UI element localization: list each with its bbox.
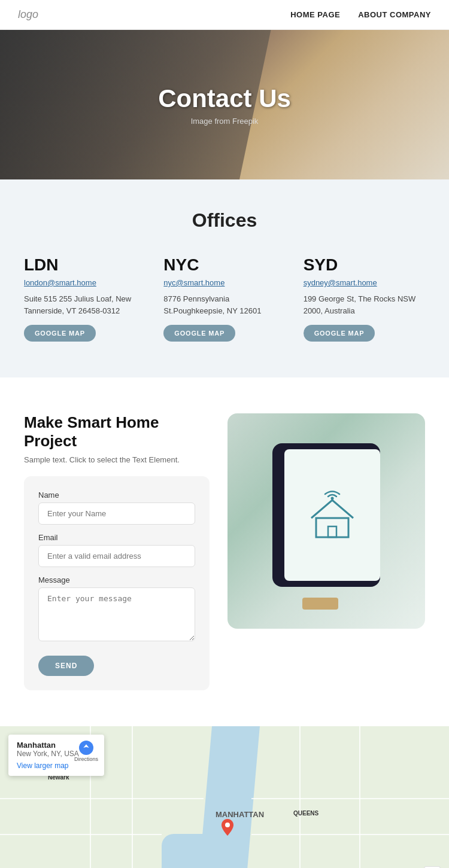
map-road-3: [0, 834, 162, 835]
office-ldn: LDN london@smart.home Suite 515 255 Juli…: [24, 255, 145, 342]
navbar: logo HOME PAGE ABOUT COMPANY: [0, 0, 449, 30]
tablet-illustration: [266, 443, 386, 599]
message-input[interactable]: [38, 587, 195, 641]
google-map-btn-ldn[interactable]: GOOGLE MAP: [24, 325, 96, 342]
svg-point-3: [225, 823, 230, 827]
map-section: Newark MANHATTAN QUEENS BROOKLYN New Yor…: [0, 726, 449, 868]
map-infobox: Manhattan New York, NY, USA View larger …: [8, 735, 104, 776]
form-left: Make Smart Home Project Sample text. Cli…: [24, 413, 210, 690]
svg-point-2: [331, 497, 334, 500]
google-map-btn-nyc[interactable]: GOOGLE MAP: [163, 325, 235, 342]
name-label: Name: [38, 491, 195, 500]
map-label-queens: QUEENS: [293, 810, 318, 817]
map-road-8: [359, 726, 360, 868]
office-city-nyc: NYC: [163, 255, 285, 275]
home-page-link[interactable]: HOME PAGE: [290, 10, 340, 19]
map-road-7: [299, 726, 301, 868]
form-section: Make Smart Home Project Sample text. Cli…: [0, 377, 449, 726]
email-label: Email: [38, 533, 195, 542]
map-road-1: [0, 798, 204, 799]
send-button[interactable]: SEND: [38, 656, 94, 676]
hero-section: Contact Us Image from Freepik: [0, 30, 449, 179]
office-syd: SYD sydney@smart.home 199 George St, The…: [304, 255, 425, 342]
directions-icon: [79, 741, 93, 755]
map-visual: Newark MANHATTAN QUEENS BROOKLYN New Yor…: [0, 726, 449, 868]
form-group-message: Message: [38, 575, 195, 644]
map-water-bay: [162, 834, 233, 868]
tablet-stand: [302, 598, 338, 610]
map-pin: [222, 819, 233, 838]
map-road-4: [251, 834, 449, 835]
office-address-nyc: 8776 Pennsylvania St.Poughkeepsie, NY 12…: [163, 293, 285, 316]
form-section-title: Make Smart Home Project: [24, 413, 210, 450]
form-group-name: Name: [38, 491, 195, 525]
directions-label[interactable]: Directions: [74, 756, 98, 762]
email-input[interactable]: [38, 545, 195, 567]
smart-home-icon: [305, 488, 359, 542]
form-card: Name Email Message SEND: [24, 476, 210, 690]
office-nyc: NYC nyc@smart.home 8776 Pennsylvania St.…: [163, 255, 285, 342]
form-image: [227, 413, 425, 629]
office-email-nyc[interactable]: nyc@smart.home: [163, 278, 285, 287]
form-group-email: Email: [38, 533, 195, 567]
office-email-syd[interactable]: sydney@smart.home: [304, 278, 425, 287]
offices-title: Offices: [24, 209, 425, 232]
map-road-2: [251, 798, 449, 799]
tablet-screen: [284, 449, 380, 581]
hero-title: Contact Us: [158, 84, 291, 113]
office-city-ldn: LDN: [24, 255, 145, 275]
offices-section: Offices LDN london@smart.home Suite 515 …: [0, 179, 449, 377]
office-city-syd: SYD: [304, 255, 425, 275]
hero-credit: Image from Freepik: [191, 117, 259, 126]
view-larger-map-link[interactable]: View larger map: [17, 762, 68, 770]
svg-rect-0: [316, 518, 348, 537]
logo: logo: [18, 8, 38, 21]
google-map-btn-syd[interactable]: GOOGLE MAP: [304, 325, 375, 342]
form-section-sub: Sample text. Click to select the Text El…: [24, 455, 210, 464]
nav-links: HOME PAGE ABOUT COMPANY: [290, 10, 431, 19]
map-label-manhattan: MANHATTAN: [216, 810, 264, 819]
office-email-ldn[interactable]: london@smart.home: [24, 278, 145, 287]
tablet-body: [272, 443, 380, 587]
name-input[interactable]: [38, 502, 195, 525]
offices-grid: LDN london@smart.home Suite 515 255 Juli…: [24, 255, 425, 342]
map-road-6: [132, 726, 133, 868]
office-address-syd: 199 George St, The Rocks NSW 2000, Austr…: [304, 293, 425, 316]
svg-rect-1: [328, 526, 336, 537]
message-label: Message: [38, 575, 195, 584]
office-address-ldn: Suite 515 255 Julius Loaf, New Tannersid…: [24, 293, 145, 316]
about-company-link[interactable]: ABOUT COMPANY: [358, 10, 431, 19]
